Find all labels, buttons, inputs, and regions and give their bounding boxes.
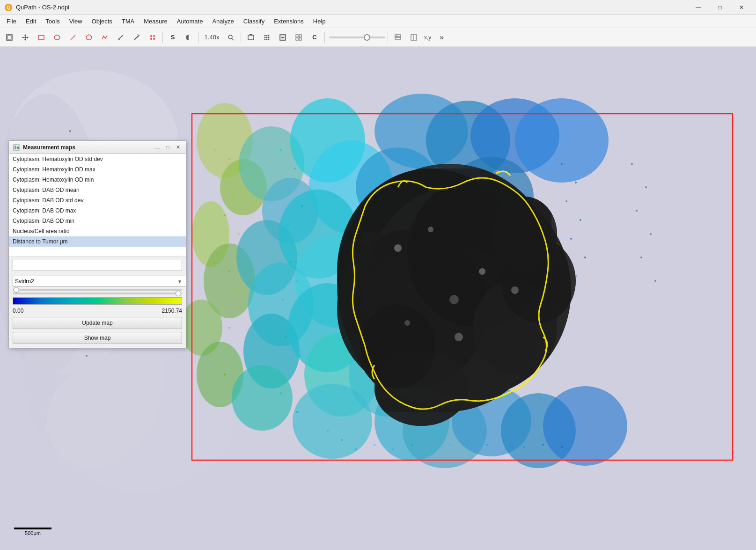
colormap-dropdown[interactable]: Svidro2 Viridis Plasma Magma Inferno xyxy=(13,276,187,287)
svg-line-25 xyxy=(232,38,234,40)
svg-point-135 xyxy=(561,163,563,165)
svg-point-154 xyxy=(542,444,544,446)
svg-point-114 xyxy=(228,271,230,272)
menu-extensions[interactable]: Extensions xyxy=(269,16,308,27)
menu-objects[interactable]: Objects xyxy=(87,16,117,27)
svg-point-148 xyxy=(430,446,432,448)
main-content: Measurement maps — □ ✕ Cytoplasm: Hemato… xyxy=(0,47,756,550)
svg-point-101 xyxy=(449,295,459,304)
s-mode-button[interactable]: S xyxy=(165,30,180,44)
menu-automate[interactable]: Automate xyxy=(172,16,208,27)
brightness-slider[interactable] xyxy=(329,37,385,38)
filter-input[interactable] xyxy=(13,260,182,271)
list-item[interactable]: Cytoplasm: DAB OD mean xyxy=(9,185,186,195)
svg-point-172 xyxy=(650,233,652,235)
svg-point-20 xyxy=(153,35,155,37)
svg-rect-177 xyxy=(15,146,16,149)
panel-icon xyxy=(13,144,20,151)
svg-point-28 xyxy=(264,35,266,36)
svg-point-36 xyxy=(268,38,270,40)
svg-rect-39 xyxy=(296,35,298,37)
list-item[interactable]: Cytoplasm: Hematoxylin OD max xyxy=(9,164,186,175)
move-tool[interactable] xyxy=(18,30,33,44)
svg-marker-7 xyxy=(24,39,26,41)
svg-point-149 xyxy=(448,444,450,446)
toolbar-sep-3 xyxy=(241,32,241,43)
table-layout-button[interactable] xyxy=(390,30,405,44)
measurement-list[interactable]: Cytoplasm: Hematoxylin OD std dev Cytopl… xyxy=(9,154,186,257)
polyline-tool[interactable] xyxy=(97,30,112,44)
min-value-label: 0.00 xyxy=(13,308,23,314)
list-item[interactable]: Cytoplasm: Hematoxylin OD std dev xyxy=(9,154,186,164)
menu-classify[interactable]: Classify xyxy=(239,16,270,27)
line-tool[interactable] xyxy=(66,30,81,44)
list-item[interactable]: Cytoplasm: Hematoxylin OD min xyxy=(9,175,186,185)
maximize-button[interactable]: □ xyxy=(709,0,731,15)
list-item[interactable]: Cytoplasm: DAB OD std dev xyxy=(9,195,186,205)
screenshot-button[interactable] xyxy=(243,30,258,44)
svg-point-21 xyxy=(150,38,152,40)
xy-label: x,y xyxy=(422,34,433,41)
svg-point-102 xyxy=(479,268,485,275)
max-slider-thumb[interactable] xyxy=(176,291,181,296)
svg-point-168 xyxy=(86,355,88,357)
panel-minimize-button[interactable]: — xyxy=(153,143,161,152)
panel-header[interactable]: Measurement maps — □ ✕ xyxy=(9,141,186,154)
grid-button[interactable] xyxy=(259,30,274,44)
svg-line-12 xyxy=(71,35,75,40)
svg-point-152 xyxy=(505,448,506,450)
svg-point-131 xyxy=(299,355,301,357)
selection-mode-button[interactable] xyxy=(275,30,290,44)
max-slider[interactable] xyxy=(13,293,182,294)
points-tool[interactable] xyxy=(145,30,160,44)
svg-point-129 xyxy=(292,317,294,319)
menu-tma[interactable]: TMA xyxy=(117,16,139,27)
pointer-tool[interactable] xyxy=(2,30,17,44)
svg-point-146 xyxy=(392,448,394,450)
min-slider-thumb[interactable] xyxy=(14,287,19,293)
more-tools-button[interactable]: » xyxy=(434,30,449,44)
svg-marker-6 xyxy=(24,34,26,36)
minimize-button[interactable]: — xyxy=(688,0,709,15)
menu-help[interactable]: Help xyxy=(308,16,330,27)
svg-rect-27 xyxy=(250,34,252,36)
scale-bar-label: 500μm xyxy=(14,530,51,536)
max-value-label: 2150.74 xyxy=(162,308,182,314)
list-item-selected[interactable]: Distance to Tumor μm xyxy=(9,236,186,247)
menu-tools[interactable]: Tools xyxy=(41,16,64,27)
zoom-level: 1.40x xyxy=(201,34,222,41)
zoom-button[interactable] xyxy=(223,30,238,44)
rectangle-tool[interactable] xyxy=(34,30,49,44)
c-button[interactable]: C xyxy=(307,30,322,44)
svg-point-99 xyxy=(394,244,402,252)
brush-tool[interactable] xyxy=(113,30,128,44)
menu-edit[interactable]: Edit xyxy=(21,16,41,27)
wand-tool[interactable] xyxy=(129,30,144,44)
svg-rect-10 xyxy=(38,36,44,39)
menu-file[interactable]: File xyxy=(2,16,21,27)
menu-analyze[interactable]: Analyze xyxy=(207,16,238,27)
panel-layout-button[interactable] xyxy=(406,30,421,44)
polygon-tool[interactable] xyxy=(81,30,96,44)
menu-measure[interactable]: Measure xyxy=(139,16,172,27)
min-slider-row xyxy=(13,289,182,291)
list-item[interactable]: Cytoplasm: DAB OD min xyxy=(9,216,186,226)
b-mode-button[interactable] xyxy=(181,30,196,44)
cells-overlay-button[interactable] xyxy=(291,30,306,44)
panel-maximize-button[interactable]: □ xyxy=(163,143,172,152)
update-map-button[interactable]: Update map xyxy=(13,317,182,329)
show-map-button[interactable]: Show map xyxy=(13,332,182,344)
panel-title: Measurement maps xyxy=(23,144,152,151)
panel-close-button[interactable]: ✕ xyxy=(174,143,182,152)
ellipse-tool[interactable] xyxy=(50,30,65,44)
min-slider[interactable] xyxy=(13,289,182,291)
svg-point-139 xyxy=(570,238,572,240)
svg-marker-8 xyxy=(22,37,23,38)
list-item[interactable]: Cytoplasm: DAB OD max xyxy=(9,205,186,216)
toolbar-sep-5 xyxy=(388,32,388,43)
close-button[interactable]: ✕ xyxy=(731,0,752,15)
toolbar-sep-4 xyxy=(324,32,325,43)
svg-point-138 xyxy=(580,219,581,221)
list-item[interactable]: Nucleus/Cell area ratio xyxy=(9,226,186,236)
menu-view[interactable]: View xyxy=(65,16,87,27)
